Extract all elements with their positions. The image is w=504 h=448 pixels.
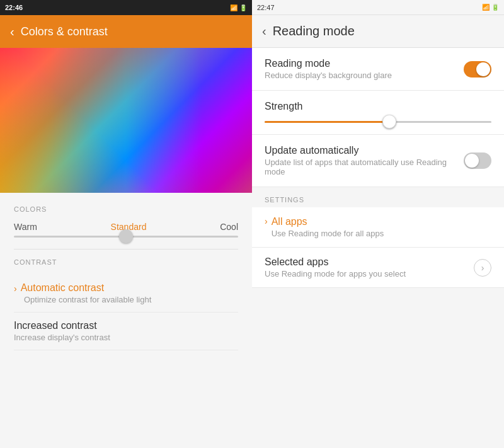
reading-mode-title: Reading mode [265, 58, 464, 69]
increased-contrast-subtitle: Increase display's contrast [14, 333, 238, 342]
auto-contrast-row: › Automatic contrast [14, 282, 238, 295]
all-apps-row[interactable]: › All apps Use Reading mode for all apps [252, 207, 504, 248]
strength-section: Strength [252, 91, 504, 135]
strength-label: Strength [265, 101, 491, 112]
header-left: ‹ Colors & contrast [0, 15, 252, 48]
update-auto-row[interactable]: Update automatically Update list of apps… [252, 135, 504, 187]
color-slider-track [14, 236, 238, 238]
time-left: 22:46 [5, 4, 23, 11]
all-apps-title: All apps [272, 216, 384, 227]
all-apps-text: All apps Use Reading mode for all apps [272, 216, 384, 238]
selected-apps-subtitle: Use Reading mode for apps you select [265, 269, 406, 279]
back-button-right[interactable]: ‹ [262, 24, 266, 38]
reading-mode-subtitle: Reduce display's background glare [265, 71, 464, 80]
time-right: 22:47 [257, 4, 275, 11]
increased-contrast-item[interactable]: Increased contrast Increase display's co… [14, 313, 238, 350]
all-apps-left: › All apps Use Reading mode for all apps [265, 216, 384, 238]
left-content: COLORS Warm Standard Cool CONTRAST › Aut… [0, 193, 252, 448]
update-auto-toggle-knob [465, 154, 479, 168]
reading-mode-text: Reading mode Reduce display's background… [265, 58, 464, 80]
settings-section-label: SETTINGS [252, 187, 504, 207]
update-auto-title: Update automatically [265, 145, 464, 156]
color-slider-thumb[interactable] [119, 229, 133, 243]
selected-apps-title: Selected apps [265, 256, 406, 268]
status-bar-right: 22:47 📶 🔋 [252, 0, 504, 15]
update-auto-toggle[interactable] [464, 152, 491, 169]
auto-contrast-item[interactable]: › Automatic contrast Optimize contrast f… [14, 275, 238, 313]
auto-contrast-subtitle: Optimize contrast for available light [14, 295, 238, 304]
increased-contrast-title: Increased contrast [14, 320, 238, 331]
battery-icon-left: 📶 🔋 [230, 4, 247, 11]
selected-apps-row[interactable]: Selected apps Use Reading mode for apps … [252, 248, 504, 288]
selected-apps-chevron[interactable]: › [474, 259, 491, 277]
right-content: Reading mode Reduce display's background… [252, 48, 504, 448]
page-title-left: Colors & contrast [21, 25, 108, 38]
header-right: ‹ Reading mode [252, 15, 504, 48]
right-panel: 22:47 📶 🔋 ‹ Reading mode Reading mode Re… [252, 0, 504, 448]
update-auto-subtitle: Update list of apps that automatically u… [265, 158, 464, 176]
contrast-section: CONTRAST › Automatic contrast Optimize c… [14, 258, 238, 350]
selected-apps-text: Selected apps Use Reading mode for apps … [265, 256, 406, 279]
battery-icon-right: 📶 🔋 [482, 4, 499, 11]
strength-slider-track[interactable] [265, 121, 491, 123]
reading-mode-toggle-knob [476, 62, 490, 76]
auto-contrast-chevron: › [14, 284, 17, 294]
status-bar-left: 22:46 📶 🔋 [0, 0, 252, 15]
color-slider[interactable] [14, 236, 238, 238]
strength-fill [265, 121, 389, 123]
all-apps-chevron: › [265, 216, 268, 226]
status-icons-left: 📶 🔋 [230, 4, 247, 11]
strength-thumb[interactable] [382, 115, 396, 129]
update-auto-text: Update automatically Update list of apps… [265, 145, 464, 176]
colors-section-label: COLORS [14, 205, 238, 213]
back-button-left[interactable]: ‹ [10, 25, 14, 39]
divider-1 [14, 249, 238, 250]
reading-mode-toggle[interactable] [464, 61, 491, 78]
reading-mode-row[interactable]: Reading mode Reduce display's background… [252, 48, 504, 91]
hero-image [0, 48, 252, 193]
cool-label: Cool [220, 222, 238, 232]
warm-label: Warm [14, 222, 37, 232]
contrast-section-label: CONTRAST [14, 258, 238, 266]
all-apps-subtitle: Use Reading mode for all apps [272, 229, 384, 238]
left-panel: 22:46 📶 🔋 ‹ Colors & contrast COLORS War… [0, 0, 252, 448]
status-icons-right: 📶 🔋 [482, 4, 499, 11]
page-title-right: Reading mode [273, 24, 355, 38]
auto-contrast-title: Automatic contrast [21, 282, 105, 294]
